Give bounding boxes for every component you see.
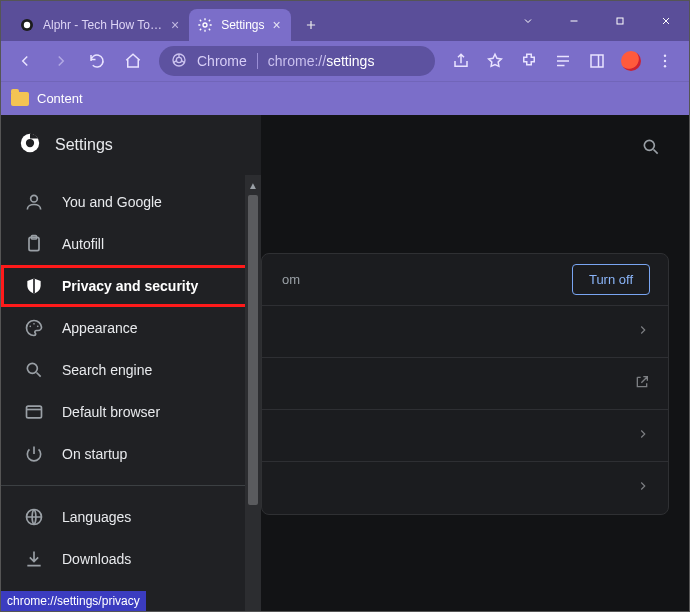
- sidebar-item-label: Appearance: [62, 320, 138, 336]
- bookmarks-bar: Content: [1, 81, 689, 115]
- search-settings-button[interactable]: [635, 131, 667, 163]
- svg-point-5: [176, 57, 181, 62]
- sidebar-item-label: Autofill: [62, 236, 104, 252]
- sidebar-item-appearance[interactable]: Appearance: [1, 307, 261, 349]
- sidebar-scrollbar[interactable]: ▲: [245, 175, 261, 611]
- extensions-icon[interactable]: [513, 45, 545, 77]
- chevron-right-icon: [636, 323, 650, 341]
- chrome-logo-icon: [19, 132, 41, 158]
- svg-point-12: [31, 195, 38, 202]
- settings-sidebar: Settings You and Google Autofill Privacy…: [1, 115, 261, 611]
- sidebar-item-downloads[interactable]: Downloads: [1, 538, 261, 580]
- svg-point-7: [664, 55, 666, 57]
- sidebar-item-languages[interactable]: Languages: [1, 496, 261, 538]
- gear-icon: [197, 17, 213, 33]
- tab-label: Alphr - Tech How To's & G: [43, 18, 163, 32]
- window-controls: [505, 1, 689, 41]
- svg-point-21: [644, 140, 654, 150]
- globe-icon: [24, 507, 44, 527]
- divider: [1, 485, 245, 486]
- close-icon[interactable]: ×: [273, 17, 281, 33]
- turn-off-button[interactable]: Turn off: [572, 264, 650, 295]
- sidebar-list: You and Google Autofill Privacy and secu…: [1, 175, 261, 586]
- sidebar-item-label: Languages: [62, 509, 131, 525]
- sidebar-item-label: Search engine: [62, 362, 152, 378]
- maximize-button[interactable]: [597, 1, 643, 41]
- scroll-thumb[interactable]: [248, 195, 258, 505]
- clipboard-icon: [24, 234, 44, 254]
- sidebar-item-privacy-and-security[interactable]: Privacy and security: [1, 265, 261, 307]
- sidebar-item-label: You and Google: [62, 194, 162, 210]
- close-icon[interactable]: ×: [171, 17, 179, 33]
- caret-down-icon[interactable]: [505, 1, 551, 41]
- folder-icon: [11, 92, 29, 106]
- forward-button[interactable]: [45, 45, 77, 77]
- kebab-menu-icon[interactable]: [649, 45, 681, 77]
- card-row-3[interactable]: [262, 410, 668, 462]
- svg-point-2: [203, 23, 207, 27]
- sidebar-item-label: Default browser: [62, 404, 160, 420]
- separator: [257, 53, 258, 69]
- sidebar-item-on-startup[interactable]: On startup: [1, 433, 261, 475]
- svg-point-17: [37, 326, 39, 328]
- sidebar-item-search-engine[interactable]: Search engine: [1, 349, 261, 391]
- tab-alphr[interactable]: Alphr - Tech How To's & G ×: [11, 9, 189, 41]
- toolbar: Chrome chrome://settings: [1, 41, 689, 81]
- svg-rect-6: [591, 55, 603, 67]
- sidebar-item-autofill[interactable]: Autofill: [1, 223, 261, 265]
- open-in-new-icon: [634, 374, 650, 394]
- row-text: om: [280, 272, 300, 287]
- url-text: chrome://settings: [268, 53, 375, 69]
- bookmark-item[interactable]: Content: [37, 91, 83, 106]
- card-row-sync[interactable]: om Turn off: [262, 254, 668, 306]
- tab-settings[interactable]: Settings ×: [189, 9, 291, 41]
- settings-header: Settings: [1, 115, 261, 175]
- svg-point-15: [29, 326, 31, 328]
- svg-point-11: [26, 139, 34, 147]
- scroll-up-icon[interactable]: ▲: [245, 177, 261, 193]
- svg-point-16: [33, 323, 35, 325]
- address-bar[interactable]: Chrome chrome://settings: [159, 46, 435, 76]
- svg-rect-3: [617, 18, 623, 24]
- settings-card: om Turn off: [261, 253, 669, 515]
- download-icon: [24, 549, 44, 569]
- chevron-right-icon: [636, 479, 650, 497]
- settings-app: Settings You and Google Autofill Privacy…: [1, 115, 689, 611]
- close-window-button[interactable]: [643, 1, 689, 41]
- shield-icon: [24, 276, 44, 296]
- bookmark-star-icon[interactable]: [479, 45, 511, 77]
- svg-point-9: [664, 65, 666, 67]
- reading-list-icon[interactable]: [547, 45, 579, 77]
- svg-point-1: [24, 22, 30, 28]
- toolbar-right: [445, 45, 681, 77]
- person-icon: [24, 192, 44, 212]
- sidebar-item-label: On startup: [62, 446, 127, 462]
- tab-strip: Alphr - Tech How To's & G × Settings ×: [1, 9, 325, 41]
- status-bar: chrome://settings/privacy: [1, 591, 146, 611]
- svg-point-8: [664, 60, 666, 62]
- side-panel-icon[interactable]: [581, 45, 613, 77]
- reload-button[interactable]: [81, 45, 113, 77]
- share-icon[interactable]: [445, 45, 477, 77]
- sidebar-item-default-browser[interactable]: Default browser: [1, 391, 261, 433]
- scheme-label: Chrome: [197, 53, 247, 69]
- status-text: chrome://settings/privacy: [7, 594, 140, 608]
- home-button[interactable]: [117, 45, 149, 77]
- tab-label: Settings: [221, 18, 264, 32]
- browser-icon: [24, 402, 44, 422]
- power-icon: [24, 444, 44, 464]
- minimize-button[interactable]: [551, 1, 597, 41]
- card-row-2[interactable]: [262, 358, 668, 410]
- chrome-icon: [171, 52, 187, 71]
- card-row-4[interactable]: [262, 462, 668, 514]
- back-button[interactable]: [9, 45, 41, 77]
- svg-point-18: [27, 363, 37, 373]
- svg-rect-19: [27, 406, 42, 418]
- alphr-favicon-icon: [19, 17, 35, 33]
- card-row-1[interactable]: [262, 306, 668, 358]
- new-tab-button[interactable]: [297, 11, 325, 39]
- sidebar-item-you-and-google[interactable]: You and Google: [1, 181, 261, 223]
- search-icon: [24, 360, 44, 380]
- settings-title: Settings: [55, 136, 113, 154]
- profile-avatar[interactable]: [615, 45, 647, 77]
